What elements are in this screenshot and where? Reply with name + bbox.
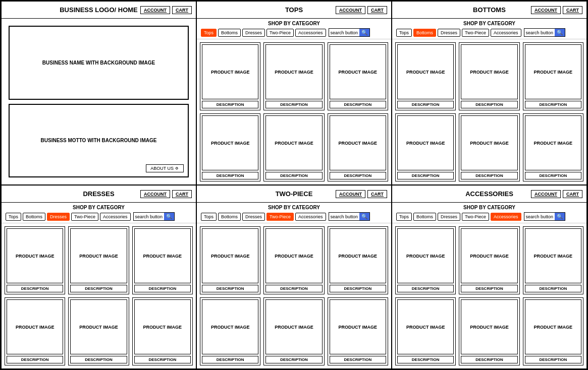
search-icon-button[interactable]: 🔍 [555,213,565,220]
product-image: PRODUCT IMAGE [525,228,581,283]
category-button-dresses[interactable]: Dresses [47,213,70,221]
product-image: PRODUCT IMAGE [265,299,322,354]
product-card[interactable]: PRODUCT IMAGEDESCRIPTION [68,297,129,365]
category-button-tops[interactable]: Tops [6,213,21,221]
product-card[interactable]: PRODUCT IMAGEDESCRIPTION [523,42,583,110]
category-button-dresses[interactable]: Dresses [242,29,265,37]
search-icon-button[interactable]: 🔍 [555,29,565,36]
search-icon-button[interactable]: 🔍 [359,29,369,36]
product-description: DESCRIPTION [70,356,127,363]
search-input[interactable] [329,30,359,36]
product-card[interactable]: PRODUCT IMAGEDESCRIPTION [459,226,519,294]
category-nav: TopsBottomsDressesTwo-PieceAccessories🔍 [396,28,582,37]
category-button-accessories[interactable]: Accessories [100,213,131,221]
product-card[interactable]: PRODUCT IMAGEDESCRIPTION [395,297,456,365]
product-image: PRODUCT IMAGE [70,299,127,354]
cart-button[interactable]: CART [172,190,192,198]
product-card[interactable]: PRODUCT IMAGEDESCRIPTION [263,42,324,110]
account-button[interactable]: ACCOUNT [336,6,365,14]
panel-body: PRODUCT IMAGEDESCRIPTIONPRODUCT IMAGEDES… [392,223,586,368]
product-card[interactable]: PRODUCT IMAGEDESCRIPTION [200,113,260,181]
product-image: PRODUCT IMAGE [202,115,258,170]
product-description: DESCRIPTION [525,285,581,292]
category-button-two-piece[interactable]: Two-Piece [462,29,489,37]
category-button-bottoms[interactable]: Bottoms [23,213,45,221]
cart-button[interactable]: CART [172,6,192,14]
category-button-two-piece[interactable]: Two-Piece [462,213,489,221]
category-button-tops[interactable]: Tops [201,213,217,221]
category-button-dresses[interactable]: Dresses [438,29,460,37]
product-description: DESCRIPTION [461,101,517,108]
product-description: DESCRIPTION [265,356,322,363]
cart-button[interactable]: CART [563,6,582,14]
shop-by-category-label: SHOP BY CATEGORY [396,205,582,210]
search-input[interactable] [134,214,164,220]
category-button-two-piece[interactable]: Two-Piece [266,213,294,221]
category-button-bottoms[interactable]: Bottoms [218,213,241,221]
category-button-accessories[interactable]: Accessories [491,29,521,37]
panel-bottoms: BOTTOMSACCOUNTCARTSHOP BY CATEGORYTopsBo… [392,1,587,185]
search-icon-button[interactable]: 🔍 [359,213,369,220]
product-card[interactable]: PRODUCT IMAGEDESCRIPTION [523,113,583,181]
category-button-bottoms[interactable]: Bottoms [413,29,436,37]
panel-body: BUSINESS NAME WITH BACKGROUND IMAGEBUSIN… [2,19,196,184]
product-card[interactable]: PRODUCT IMAGEDESCRIPTION [200,226,260,294]
cart-button[interactable]: CART [563,190,582,198]
category-button-bottoms[interactable]: Bottoms [413,213,436,221]
category-button-tops[interactable]: Tops [201,29,217,37]
category-button-tops[interactable]: Tops [396,29,412,37]
product-card[interactable]: PRODUCT IMAGEDESCRIPTION [523,297,583,365]
product-card[interactable]: PRODUCT IMAGEDESCRIPTION [395,42,456,110]
product-card[interactable]: PRODUCT IMAGEDESCRIPTION [263,297,324,365]
search-area: 🔍 [524,28,565,37]
product-card[interactable]: PRODUCT IMAGEDESCRIPTION [328,42,388,110]
category-button-two-piece[interactable]: Two-Piece [266,29,294,37]
product-card[interactable]: PRODUCT IMAGEDESCRIPTION [459,113,519,181]
product-card[interactable]: PRODUCT IMAGEDESCRIPTION [132,226,193,294]
search-input[interactable] [524,214,555,220]
panel-header: BOTTOMSACCOUNTCART [392,2,586,19]
product-card[interactable]: PRODUCT IMAGEDESCRIPTION [523,226,583,294]
product-card[interactable]: PRODUCT IMAGEDESCRIPTION [200,297,260,365]
cart-button[interactable]: CART [367,6,387,14]
product-card[interactable]: PRODUCT IMAGEDESCRIPTION [459,42,519,110]
product-card[interactable]: PRODUCT IMAGEDESCRIPTION [200,42,260,110]
product-description: DESCRIPTION [397,172,454,179]
product-card[interactable]: PRODUCT IMAGEDESCRIPTION [263,113,324,181]
product-card[interactable]: PRODUCT IMAGEDESCRIPTION [395,113,456,181]
category-button-tops[interactable]: Tops [396,213,412,221]
product-card[interactable]: PRODUCT IMAGEDESCRIPTION [395,226,456,294]
category-button-accessories[interactable]: Accessories [491,213,521,221]
search-icon-button[interactable]: 🔍 [164,213,174,220]
category-button-dresses[interactable]: Dresses [242,213,265,221]
product-description: DESCRIPTION [134,356,191,363]
panel-header: TOPSACCOUNTCART [197,2,391,19]
category-button-dresses[interactable]: Dresses [438,213,460,221]
product-card[interactable]: PRODUCT IMAGEDESCRIPTION [328,113,388,181]
product-card[interactable]: PRODUCT IMAGEDESCRIPTION [328,226,388,294]
product-card[interactable]: PRODUCT IMAGEDESCRIPTION [132,297,193,365]
product-card[interactable]: PRODUCT IMAGEDESCRIPTION [5,226,65,294]
cart-button[interactable]: CART [367,190,387,198]
category-button-two-piece[interactable]: Two-Piece [71,213,98,221]
product-card[interactable]: PRODUCT IMAGEDESCRIPTION [68,226,129,294]
account-button[interactable]: ACCOUNT [336,190,365,198]
product-description: DESCRIPTION [265,285,322,292]
category-button-accessories[interactable]: Accessories [295,213,326,221]
product-card[interactable]: PRODUCT IMAGEDESCRIPTION [459,297,519,365]
product-card[interactable]: PRODUCT IMAGEDESCRIPTION [263,226,324,294]
category-button-bottoms[interactable]: Bottoms [218,29,241,37]
account-button[interactable]: ACCOUNT [140,190,170,198]
product-description: DESCRIPTION [330,101,386,108]
account-button[interactable]: ACCOUNT [140,6,170,14]
about-us-button[interactable]: ABOUT US ⭘ [146,164,184,172]
shop-by-category-label: SHOP BY CATEGORY [6,205,192,210]
product-card[interactable]: PRODUCT IMAGEDESCRIPTION [328,297,388,365]
category-button-accessories[interactable]: Accessories [295,29,326,37]
search-input[interactable] [329,214,359,220]
account-button[interactable]: ACCOUNT [531,190,561,198]
product-image: PRODUCT IMAGE [525,115,581,170]
search-input[interactable] [524,30,555,36]
account-button[interactable]: ACCOUNT [531,6,561,14]
product-card[interactable]: PRODUCT IMAGEDESCRIPTION [5,297,65,365]
